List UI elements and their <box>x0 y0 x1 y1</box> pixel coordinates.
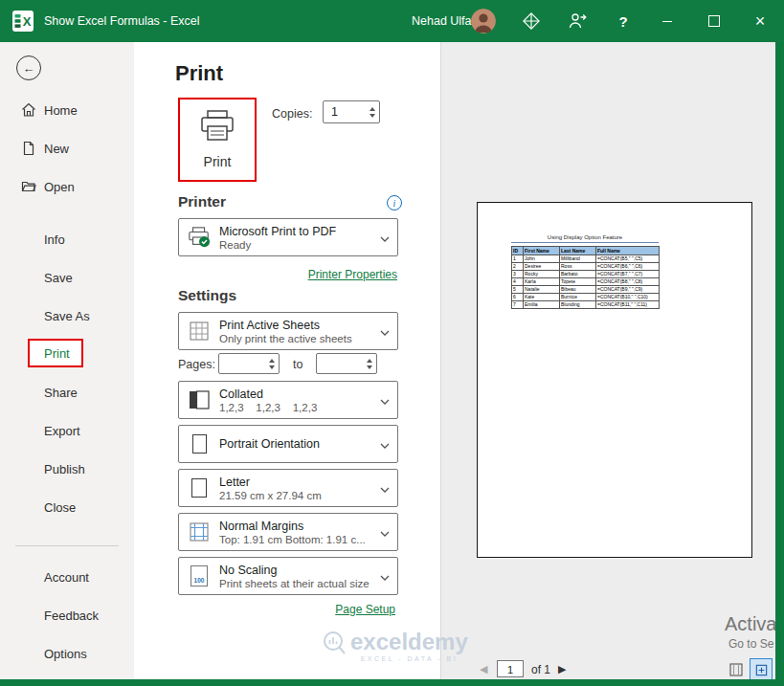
sidebar-item-home[interactable]: Home <box>0 93 134 127</box>
scaling-icon-label: 100 <box>191 577 207 584</box>
print-what-dropdown[interactable]: Print Active Sheets Only print the activ… <box>178 312 398 350</box>
dropdown-subtitle: 21.59 cm x 27.94 cm <box>219 490 371 501</box>
page-setup-link[interactable]: Page Setup <box>335 603 395 616</box>
scaling-icon: 100 <box>188 565 211 586</box>
help-icon[interactable]: ? <box>614 11 633 31</box>
user-arrow-icon <box>568 11 587 31</box>
preview-table: ID First Name Last Name Full Name 1JohnM… <box>511 246 660 309</box>
sidebar-item-share[interactable]: Share <box>0 375 134 409</box>
info-icon[interactable]: i <box>387 195 402 210</box>
preview-table-row: 6KateBurnice=CONCAT(B10," ",C10) <box>512 294 660 301</box>
printer-properties-link[interactable]: Printer Properties <box>308 268 397 281</box>
printer-ready-icon <box>188 226 211 249</box>
stepper-down-icon[interactable] <box>367 365 372 369</box>
printer-dropdown[interactable]: Microsoft Print to PDF Ready <box>178 218 398 256</box>
title-bar: X Show Excel Formulas - Excel Nehad Ulfa… <box>0 0 784 42</box>
sidebar-item-account[interactable]: Account <box>0 560 134 594</box>
dropdown-subtitle: 1,2,3 1,2,3 1,2,3 <box>219 402 371 413</box>
account-user-name[interactable]: Nehad Ulfat <box>412 14 475 28</box>
maximize-button[interactable] <box>692 0 736 42</box>
sidebar-item-label: Save As <box>44 309 90 323</box>
sidebar-item-save-as[interactable]: Save As <box>0 299 134 333</box>
printer-icon <box>200 110 235 145</box>
sidebar-item-close[interactable]: Close <box>0 490 134 524</box>
sidebar-item-label: Share <box>44 386 78 400</box>
preview-table-row: 1JohnMilliband=CONCAT(B5," ",C5) <box>512 255 660 263</box>
close-button[interactable]: × <box>738 0 782 42</box>
copies-label: Copies: <box>272 107 312 121</box>
sidebar-item-options[interactable]: Options <box>0 636 134 671</box>
show-margins-button[interactable] <box>728 662 744 677</box>
preview-table-row: 7EmiliaBlunding=CONCAT(B11," ",C11) <box>512 301 660 309</box>
sidebar-item-open[interactable]: Open <box>0 169 134 204</box>
chevron-down-icon <box>380 479 390 497</box>
sidebar-item-label: Open <box>44 180 75 194</box>
margins-icon <box>188 522 211 542</box>
new-document-icon <box>21 141 36 156</box>
active-sheets-icon <box>188 321 211 341</box>
sidebar-item-save[interactable]: Save <box>0 260 134 295</box>
collation-dropdown[interactable]: Collated 1,2,3 1,2,3 1,2,3 <box>178 381 398 419</box>
stepper-up-icon[interactable] <box>269 359 275 363</box>
dropdown-title: Print Active Sheets <box>219 319 371 332</box>
zoom-to-page-button[interactable] <box>750 658 773 679</box>
stepper-down-icon[interactable] <box>269 365 275 369</box>
portrait-icon <box>188 434 211 454</box>
window-title: Show Excel Formulas - Excel <box>44 14 200 28</box>
pages-from-stepper[interactable] <box>218 353 280 374</box>
sidebar-item-new[interactable]: New <box>0 131 134 166</box>
sidebar-divider <box>15 545 119 546</box>
print-panel: Print Print Copies: 1 Printer i <box>134 42 440 679</box>
column-header: Last Name <box>560 247 596 255</box>
backstage-sidebar: ← Home New Open Info Save Save As Print … <box>0 42 134 679</box>
dropdown-title: Letter <box>219 476 371 489</box>
sidebar-item-info[interactable]: Info <box>0 222 134 256</box>
svg-text:X: X <box>23 14 32 29</box>
sidebar-item-label: Publish <box>44 462 85 476</box>
pages-label: Pages: <box>178 358 215 371</box>
column-header: First Name <box>524 247 560 255</box>
print-button-label: Print <box>204 154 232 169</box>
dropdown-title: Normal Margins <box>219 520 371 533</box>
chevron-down-icon <box>380 435 390 453</box>
sidebar-item-export[interactable]: Export <box>0 413 134 448</box>
home-icon <box>21 102 36 118</box>
preview-table-row: 4KarlaTopete=CONCAT(B8," ",C8) <box>512 278 660 286</box>
minimize-button[interactable] <box>645 0 689 42</box>
paper-size-dropdown[interactable]: Letter 21.59 cm x 27.94 cm <box>178 469 398 507</box>
excel-app-icon: X <box>11 10 34 33</box>
pages-from-value <box>219 354 264 373</box>
preview-table-header: ID First Name Last Name Full Name <box>512 247 660 255</box>
chevron-down-icon <box>380 523 390 541</box>
copies-stepper[interactable]: 1 <box>323 100 380 123</box>
sidebar-item-label: Home <box>44 103 78 118</box>
chevron-down-icon <box>380 322 390 340</box>
next-page-button[interactable]: ▶ <box>558 663 566 675</box>
scaling-dropdown[interactable]: 100 No Scaling Print sheets at their act… <box>178 557 398 595</box>
dropdown-subtitle: Only print the active sheets <box>219 333 371 344</box>
stepper-down-icon[interactable] <box>370 114 375 118</box>
maximize-icon <box>708 15 720 27</box>
sidebar-item-publish[interactable]: Publish <box>0 452 134 486</box>
sidebar-item-print[interactable]: Print <box>28 339 83 367</box>
pages-to-stepper[interactable] <box>316 353 377 374</box>
avatar[interactable] <box>471 9 496 33</box>
minimize-icon <box>662 21 672 22</box>
worksheet-title: Using Display Option Feature <box>511 234 659 243</box>
dropdown-title: No Scaling <box>219 564 371 577</box>
page-count-label: of 1 <box>531 663 550 676</box>
column-header: Full Name <box>596 247 660 255</box>
stepper-up-icon[interactable] <box>367 359 372 363</box>
preview-table-row: 3RockyBarbato=CONCAT(B7," ",C7) <box>512 271 660 278</box>
page-title: Print <box>175 61 223 86</box>
activate-watermark-line1: Activa <box>725 613 775 635</box>
back-button[interactable]: ← <box>16 55 41 80</box>
previous-page-button[interactable]: ◀ <box>480 663 487 675</box>
sidebar-item-label: Export <box>44 424 80 438</box>
margins-dropdown[interactable]: Normal Margins Top: 1.91 cm Bottom: 1.91… <box>178 513 398 551</box>
sidebar-item-feedback[interactable]: Feedback <box>0 598 134 632</box>
stepper-up-icon[interactable] <box>370 107 375 111</box>
orientation-dropdown[interactable]: Portrait Orientation <box>178 425 398 463</box>
print-button[interactable]: Print <box>178 98 257 182</box>
page-number-input[interactable]: 1 <box>497 660 524 677</box>
